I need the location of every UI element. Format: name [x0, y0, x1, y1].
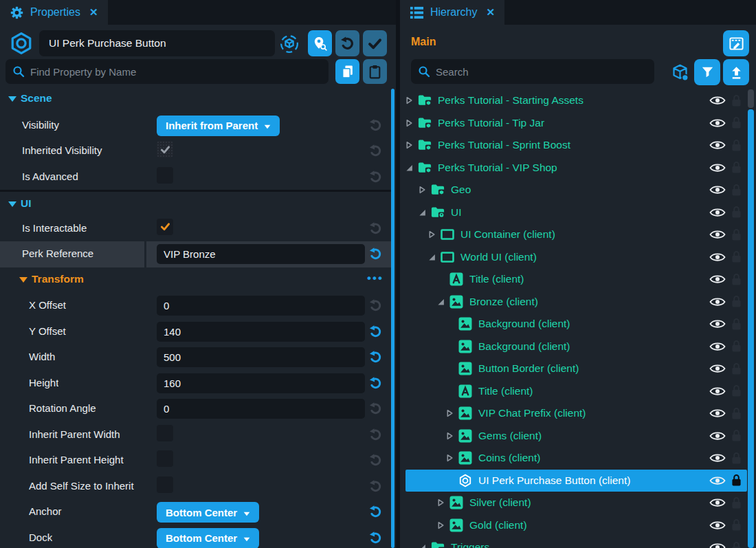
property-search-box[interactable] — [5, 59, 329, 84]
chevron-down-icon[interactable] — [8, 201, 16, 207]
collapse-arrow-icon[interactable] — [428, 230, 438, 239]
transform-menu-button[interactable]: ••• — [367, 272, 383, 285]
inherit-parent-height-checkbox[interactable] — [157, 450, 173, 467]
lock-icon[interactable] — [731, 273, 742, 286]
tree-item-ui-container-client[interactable]: UI Container (client) — [405, 223, 747, 246]
property-row-rotation-angle[interactable]: Rotation Angle — [0, 396, 391, 422]
property-row-inherit-parent-height[interactable]: Inherit Parent Height — [0, 448, 391, 474]
tree-item-ui[interactable]: UI — [405, 201, 747, 224]
lock-icon[interactable] — [731, 206, 742, 219]
tab-properties[interactable]: Properties ✕ — [0, 0, 108, 25]
undo-icon[interactable] — [368, 531, 383, 545]
collapse-arrow-icon[interactable] — [446, 453, 456, 463]
tree-item-coins-client[interactable]: Coins (client) — [405, 447, 747, 470]
collapse-arrow-icon[interactable] — [405, 96, 415, 105]
tab-hierarchy[interactable]: Hierarchy ✕ — [400, 0, 504, 25]
undo-icon[interactable] — [368, 247, 383, 261]
collapse-arrow-icon[interactable] — [437, 520, 447, 530]
tree-item-title-client[interactable]: Title (client) — [405, 380, 747, 403]
visibility-eye-icon[interactable] — [709, 229, 726, 240]
tree-item-background-client[interactable]: Background (client) — [405, 313, 747, 336]
lock-icon[interactable] — [731, 496, 742, 509]
property-row-y-offset[interactable]: Y Offset — [0, 319, 391, 345]
launch-preview-button[interactable] — [723, 30, 749, 56]
lock-icon[interactable] — [731, 452, 742, 465]
property-row-is-interactable[interactable]: Is Interactable — [0, 216, 391, 242]
anchor-dropdown[interactable]: Bottom Center — [157, 502, 259, 523]
entity-name-input[interactable] — [39, 30, 275, 56]
collapse-arrow-icon[interactable] — [405, 118, 415, 128]
network-template-icon[interactable] — [279, 34, 300, 54]
collapse-arrow-icon[interactable] — [446, 431, 456, 441]
width-input[interactable] — [157, 347, 365, 367]
height-input[interactable] — [157, 373, 365, 393]
collapse-arrow-icon[interactable] — [437, 498, 447, 507]
lock-icon[interactable] — [731, 518, 742, 531]
section-header-ui[interactable]: UI — [0, 190, 391, 216]
visibility-eye-icon[interactable] — [709, 408, 726, 419]
hierarchy-scrollbar[interactable] — [748, 89, 754, 548]
property-row-width[interactable]: Width — [0, 344, 391, 371]
perk-reference-input[interactable] — [157, 244, 365, 264]
expand-arrow-icon[interactable] — [405, 163, 415, 173]
visibility-eye-icon[interactable] — [709, 341, 726, 352]
tree-item-background-client[interactable]: Background (client) — [405, 336, 747, 358]
tree-item-world-ui-client[interactable]: World UI (client) — [405, 246, 747, 269]
visibility-eye-icon[interactable] — [709, 430, 726, 441]
visibility-eye-icon[interactable] — [709, 520, 726, 531]
lock-icon[interactable] — [731, 161, 742, 174]
lock-icon[interactable] — [731, 407, 742, 420]
property-row-is-advanced[interactable]: Is Advanced — [0, 164, 391, 190]
undo-icon[interactable] — [368, 350, 383, 364]
revert-button[interactable] — [335, 30, 359, 56]
x-offset-input[interactable] — [157, 296, 365, 316]
tree-item-button-border-client[interactable]: Button Border (client) — [405, 358, 747, 380]
inherit-parent-width-checkbox[interactable] — [157, 425, 173, 441]
copy-properties-button[interactable] — [335, 59, 359, 84]
visibility-eye-icon[interactable] — [709, 296, 726, 307]
expand-arrow-icon[interactable] — [437, 297, 447, 307]
property-row-height[interactable]: Height — [0, 371, 391, 397]
lock-icon[interactable] — [731, 94, 742, 107]
property-row-visibility[interactable]: VisibilityInherit from Parent — [0, 113, 391, 139]
visibility-eye-icon[interactable] — [709, 386, 726, 397]
dock-dropdown[interactable]: Bottom Center — [157, 528, 259, 548]
hierarchy-search-box[interactable] — [411, 59, 654, 84]
visibility-eye-icon[interactable] — [709, 252, 726, 263]
property-row-add-self-size-to-inherit[interactable]: Add Self Size to Inherit — [0, 474, 391, 500]
lock-icon[interactable] — [731, 541, 742, 548]
undo-icon[interactable] — [368, 376, 383, 391]
close-icon[interactable]: ✕ — [486, 6, 495, 19]
undo-icon[interactable] — [368, 505, 383, 519]
is-advanced-checkbox[interactable] — [157, 167, 173, 184]
find-in-scene-button[interactable] — [308, 30, 332, 56]
subsection-header-transform[interactable]: Transform••• — [0, 267, 391, 294]
y-offset-input[interactable] — [157, 322, 365, 342]
apply-button[interactable] — [363, 30, 387, 56]
visibility-eye-icon[interactable] — [709, 363, 726, 374]
visibility-eye-icon[interactable] — [709, 207, 726, 218]
tree-item-perks-tutorial-sprint-boost[interactable]: Perks Tutorial - Sprint Boost — [405, 134, 747, 157]
section-header-scene[interactable]: Scene — [0, 87, 391, 113]
visibility-eye-icon[interactable] — [709, 475, 726, 486]
lock-icon[interactable] — [731, 474, 742, 487]
tree-item-triggers[interactable]: Triggers — [405, 536, 747, 548]
visibility-eye-icon[interactable] — [709, 274, 726, 285]
chevron-down-icon[interactable] — [19, 277, 27, 283]
property-row-x-offset[interactable]: X Offset — [0, 293, 391, 319]
lock-icon[interactable] — [731, 228, 742, 241]
tree-item-silver-client[interactable]: Silver (client) — [405, 492, 747, 514]
undo-icon[interactable] — [368, 325, 383, 339]
lock-icon[interactable] — [731, 295, 742, 308]
tree-item-geo[interactable]: Geo — [405, 179, 747, 201]
import-button[interactable] — [723, 59, 749, 85]
visibility-eye-icon[interactable] — [709, 452, 726, 463]
expand-arrow-icon[interactable] — [419, 542, 428, 548]
tree-item-title-client[interactable]: Title (client) — [405, 268, 747, 291]
lock-icon[interactable] — [731, 362, 742, 375]
lock-icon[interactable] — [731, 384, 742, 397]
property-row-anchor[interactable]: AnchorBottom Center — [0, 499, 391, 525]
filter-button[interactable] — [694, 59, 720, 85]
tree-item-perks-tutorial-vip-shop[interactable]: Perks Tutorial - VIP Shop — [405, 157, 747, 179]
lock-icon[interactable] — [731, 139, 742, 152]
